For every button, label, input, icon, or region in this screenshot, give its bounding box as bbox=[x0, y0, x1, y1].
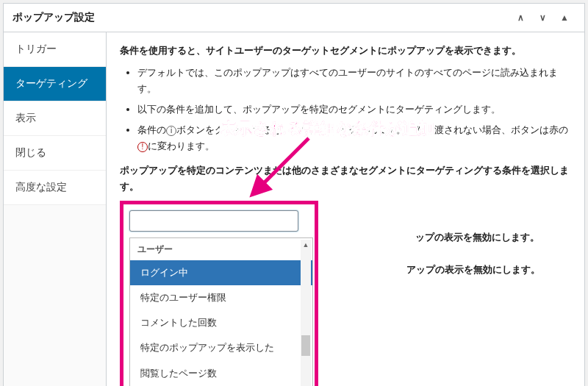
disable-display-text-1: ップの表示を無効にします。 bbox=[415, 229, 539, 246]
settings-tabs: トリガー ターゲティング 表示 閉じる 高度な設定 bbox=[4, 32, 107, 386]
info-icon: i bbox=[166, 126, 176, 136]
triangle-up-icon[interactable]: ▲ bbox=[553, 12, 576, 23]
chevron-up-icon[interactable]: ∧ bbox=[509, 12, 531, 23]
tab-advanced[interactable]: 高度な設定 bbox=[4, 171, 106, 205]
dropdown-item-comment-count[interactable]: コメントした回数 bbox=[130, 310, 312, 335]
dropdown-item-logged-in[interactable]: ログイン中 bbox=[130, 260, 312, 285]
condition-search-input[interactable] bbox=[129, 210, 298, 232]
popup-settings-body: トリガー ターゲティング 表示 閉じる 高度な設定 条件を使用すると、サイトユー… bbox=[4, 32, 584, 386]
disable-display-text-2: アップの表示を無効にします。 bbox=[406, 262, 540, 278]
tab-trigger[interactable]: トリガー bbox=[4, 32, 106, 67]
bullet-item: 条件のiボタンをクリックすると、条件がチェックされます。条件が渡されない場合、ボ… bbox=[137, 122, 571, 154]
tab-targeting[interactable]: ターゲティング bbox=[4, 67, 106, 101]
bullet-item: 以下の条件を追加して、ポップアップを特定のセグメントにターゲティングします。 bbox=[137, 101, 571, 118]
scroll-thumb[interactable] bbox=[301, 335, 310, 356]
dropdown-group-label: ユーザー bbox=[130, 238, 312, 260]
warning-icon: ! bbox=[137, 142, 148, 152]
condition-selector-highlight: ユーザー ログイン中 特定のユーザー権限 コメントした回数 特定のポップアップを… bbox=[120, 201, 318, 386]
targeting-content: 条件を使用すると、サイトユーザーのターゲットセグメントにポップアップを表示できま… bbox=[107, 32, 584, 386]
tab-display[interactable]: 表示 bbox=[4, 101, 106, 136]
dropdown-item-user-role[interactable]: 特定のユーザー権限 bbox=[130, 285, 312, 310]
targeting-lead: 条件を使用すると、サイトユーザーのターゲットセグメントにポップアップを表示できま… bbox=[120, 43, 571, 59]
dropdown-item-popup-viewed[interactable]: 特定のポップアップを表示した bbox=[130, 335, 312, 360]
tab-close[interactable]: 閉じる bbox=[4, 136, 106, 171]
targeting-bullets: デフォルトでは、このポップアップはすべてのユーザーのサイトのすべてのページに読み… bbox=[120, 65, 571, 154]
popup-settings-panel: ポップアップ設定 ∧ ∨ ▲ トリガー ターゲティング 表示 閉じる 高度な設定… bbox=[3, 3, 585, 386]
popup-settings-header: ポップアップ設定 ∧ ∨ ▲ bbox=[4, 4, 584, 32]
dropdown-item-pages-viewed-count[interactable]: 閲覧したページ数 bbox=[130, 361, 312, 386]
bullet-item: デフォルトでは、このポップアップはすべてのユーザーのサイトのすべてのページに読み… bbox=[137, 65, 571, 97]
chevron-down-icon[interactable]: ∨ bbox=[531, 12, 553, 23]
targeting-pick: ポップアップを特定のコンテンツまたは他のさまざまなセグメントにターゲティングする… bbox=[120, 162, 571, 195]
dropdown-scrollbar[interactable]: ▲ ▼ bbox=[301, 240, 311, 386]
condition-dropdown: ユーザー ログイン中 特定のユーザー権限 コメントした回数 特定のポップアップを… bbox=[129, 237, 313, 386]
panel-title: ポップアップ設定 bbox=[12, 11, 509, 24]
scroll-up-icon[interactable]: ▲ bbox=[301, 240, 311, 250]
